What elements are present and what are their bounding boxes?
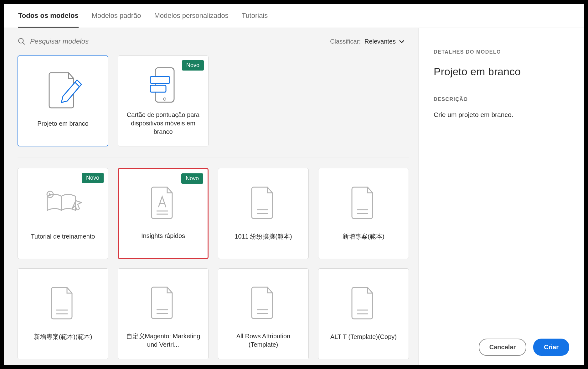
svg-rect-5	[150, 76, 170, 83]
content-area: Classificar: Relevantes	[4, 28, 584, 365]
card-label: 1011 纷纷攘攘(範本)	[233, 232, 294, 254]
card-template-new-project-copy[interactable]: 新增專案(範本)(範本)	[18, 268, 108, 359]
tab-tutorials[interactable]: Tutoriais	[242, 12, 268, 28]
svg-point-4	[163, 98, 166, 100]
search-sort-row: Classificar: Relevantes	[18, 37, 408, 45]
template-picker-modal: Todos os modelos Modelos padrão Modelos …	[4, 4, 584, 365]
card-training-tutorial[interactable]: Novo Tutorial de treinamento	[18, 168, 108, 259]
svg-rect-6	[150, 85, 166, 92]
footer-buttons: Cancelar Criar	[434, 339, 569, 356]
section-divider	[18, 157, 409, 157]
svg-line-1	[23, 42, 25, 45]
card-label: Insights rápidos	[139, 232, 187, 254]
detail-desc-label: DESCRIÇÃO	[434, 97, 569, 102]
create-button[interactable]: Criar	[533, 339, 569, 356]
blank-project-icon	[23, 61, 103, 119]
svg-point-0	[18, 38, 23, 43]
chevron-down-icon	[399, 40, 405, 43]
cancel-button[interactable]: Cancelar	[479, 339, 527, 356]
new-badge: Novo	[182, 60, 204, 71]
card-template-all-rows-attribution[interactable]: All Rows Attribution (Template)	[218, 268, 309, 359]
card-label: Projeto em branco	[35, 119, 90, 141]
card-blank-project[interactable]: Projeto em branco	[18, 55, 108, 146]
tab-all-templates[interactable]: Todos os modelos	[18, 12, 79, 28]
tabs-bar: Todos os modelos Modelos padrão Modelos …	[4, 4, 584, 28]
tab-standard-templates[interactable]: Modelos padrão	[92, 12, 141, 28]
template-grid-pane: Classificar: Relevantes	[4, 28, 418, 365]
card-template-alt-t[interactable]: ALT T (Template)(Copy)	[318, 268, 409, 359]
card-template-new-project[interactable]: 新增專案(範本)	[318, 168, 409, 259]
document-icon	[323, 273, 404, 333]
sort-label: Classificar:	[330, 38, 361, 45]
card-label: Cartão de pontuação para dispositivos mó…	[122, 111, 204, 142]
card-quick-insights[interactable]: Novo Insights rápidos	[118, 168, 209, 259]
card-label: 新增專案(範本)	[341, 232, 386, 254]
search-wrap	[18, 37, 155, 45]
detail-desc: Crie um projeto em branco.	[434, 111, 569, 119]
document-icon	[223, 273, 304, 332]
document-icon	[122, 273, 204, 332]
search-input[interactable]	[30, 37, 155, 45]
document-icon	[22, 273, 104, 333]
document-icon	[223, 173, 304, 232]
card-template-1011[interactable]: 1011 纷纷攘攘(範本)	[218, 168, 309, 259]
card-label: 自定义Magento: Marketing und Vertri...	[122, 332, 204, 355]
sort-dropdown[interactable]: Relevantes	[364, 38, 405, 45]
card-template-magento[interactable]: 自定义Magento: Marketing und Vertri...	[118, 268, 209, 359]
detail-heading: DETALHES DO MODELO	[434, 49, 569, 55]
template-grid: Projeto em branco Novo Cartão de pontuaç…	[18, 55, 408, 359]
card-label: All Rows Attribution (Template)	[223, 332, 304, 355]
new-badge: Novo	[181, 173, 203, 184]
tab-custom-templates[interactable]: Modelos personalizados	[154, 12, 229, 28]
card-label: 新增專案(範本)(範本)	[32, 333, 94, 355]
card-label: Tutorial de treinamento	[29, 232, 97, 254]
card-mobile-scorecard[interactable]: Novo Cartão de pontuação para dispositiv…	[118, 55, 209, 146]
new-badge: Novo	[82, 173, 104, 183]
sort-control: Classificar: Relevantes	[330, 38, 405, 45]
document-icon	[323, 173, 404, 232]
detail-title: Projeto em branco	[434, 66, 569, 78]
detail-pane: DETALHES DO MODELO Projeto em branco DES…	[418, 28, 584, 365]
card-label: ALT T (Template)(Copy)	[328, 333, 399, 355]
sort-value-text: Relevantes	[364, 38, 396, 45]
search-icon	[18, 37, 26, 45]
